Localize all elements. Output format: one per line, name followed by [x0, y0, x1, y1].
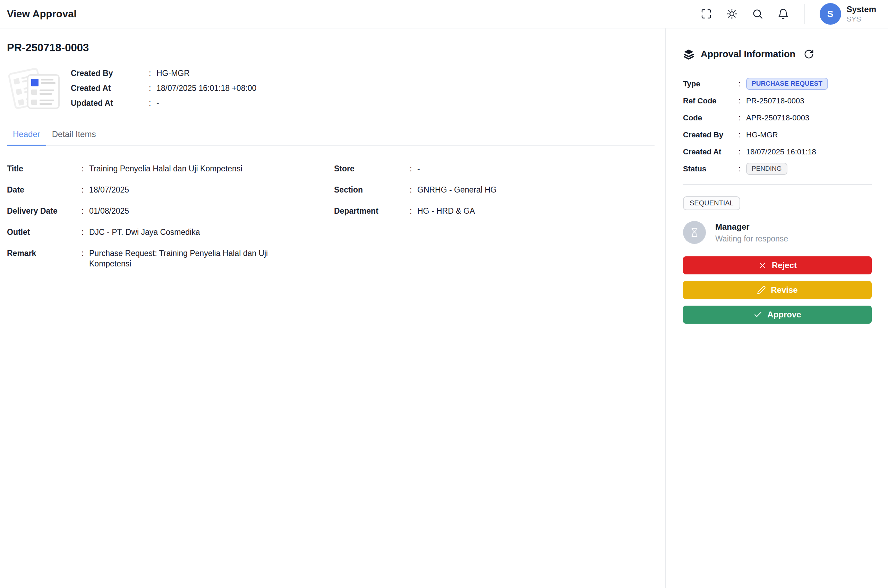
- colon: :: [738, 96, 746, 105]
- info-label: Code: [683, 113, 738, 123]
- top-bar: View Approval S: [0, 0, 888, 28]
- field-value: GNRHG - General HG: [417, 184, 497, 195]
- info-label: Type: [683, 80, 738, 88]
- row-status: Status : PENDING: [683, 160, 872, 177]
- field-label: Title: [7, 164, 81, 174]
- hourglass-icon: [683, 221, 706, 244]
- info-label: Ref Code: [683, 96, 738, 105]
- field-value: 01/08/2025: [89, 206, 129, 216]
- colon: :: [81, 164, 89, 174]
- approval-info-rows: Type : PURCHASE REQUEST Ref Code : PR-25…: [683, 75, 872, 177]
- user-name: System: [847, 4, 876, 15]
- info-label: Created At: [683, 147, 738, 156]
- field-department: Department : HG - HRD & GA: [334, 206, 654, 216]
- field-section: Section : GNRHG - General HG: [334, 184, 654, 195]
- info-label: Status: [683, 164, 738, 174]
- colon: :: [410, 164, 417, 174]
- field-value: Purchase Request: Training Penyelia Hala…: [89, 248, 294, 269]
- info-value: PR-250718-0003: [746, 96, 804, 105]
- sun-icon[interactable]: [725, 7, 738, 21]
- colon: :: [81, 184, 89, 195]
- sidebar-divider: [683, 184, 872, 185]
- reject-button[interactable]: Reject: [683, 256, 872, 274]
- colon: :: [410, 184, 417, 195]
- field-value: -: [417, 164, 420, 174]
- main-panel: PR-250718-0003 Created By : HG-: [0, 28, 665, 588]
- colon: :: [81, 206, 89, 216]
- pencil-icon: [757, 285, 766, 294]
- approval-sidebar: Approval Information Type : PURCHASE REQ…: [665, 28, 888, 588]
- tab-header[interactable]: Header: [7, 124, 46, 146]
- topbar-actions: S System SYS: [700, 3, 876, 25]
- row-code: Code : APR-250718-0003: [683, 109, 872, 126]
- fields-left-column: Title : Training Penyelia Halal dan Uji …: [7, 164, 334, 280]
- approve-button[interactable]: Approve: [683, 306, 872, 324]
- bell-icon[interactable]: [777, 7, 790, 21]
- document-icon: [11, 67, 63, 109]
- field-value: DJC - PT. Dwi Jaya Cosmedika: [89, 227, 200, 237]
- field-title: Title : Training Penyelia Halal dan Uji …: [7, 164, 334, 174]
- info-value: 18/07/2025 16:01:18: [746, 147, 816, 156]
- revise-label: Revise: [771, 285, 798, 295]
- field-outlet: Outlet : DJC - PT. Dwi Jaya Cosmedika: [7, 227, 334, 237]
- meta-label: Updated At: [71, 98, 149, 108]
- document-meta: Created By : HG-MGR Created At : 18/07/2…: [71, 67, 256, 113]
- user-info: System SYS: [847, 4, 876, 23]
- approval-info-title: Approval Information: [700, 49, 795, 60]
- field-label: Delivery Date: [7, 206, 81, 216]
- row-created-at: Created At : 18/07/2025 16:01:18: [683, 143, 872, 160]
- approve-label: Approve: [767, 310, 801, 320]
- info-value: HG-MGR: [746, 130, 778, 140]
- search-icon[interactable]: [751, 7, 764, 21]
- fields-right-column: Store : - Section : GNRHG - General HG D…: [334, 164, 654, 280]
- field-label: Remark: [7, 248, 81, 269]
- field-delivery-date: Delivery Date : 01/08/2025: [7, 206, 334, 216]
- field-label: Department: [334, 206, 410, 216]
- colon: :: [738, 130, 746, 140]
- refresh-icon[interactable]: [804, 49, 815, 60]
- colon: :: [738, 164, 746, 174]
- header-fields: Title : Training Penyelia Halal dan Uji …: [7, 146, 654, 280]
- document-header: Created By : HG-MGR Created At : 18/07/2…: [7, 67, 654, 113]
- info-value: APR-250718-0003: [746, 113, 809, 123]
- field-date: Date : 18/07/2025: [7, 184, 334, 195]
- field-label: Outlet: [7, 227, 81, 237]
- fullscreen-icon[interactable]: [700, 7, 713, 21]
- meta-row-created-by: Created By : HG-MGR: [71, 68, 256, 78]
- info-label: Created By: [683, 130, 738, 140]
- topbar-divider: [804, 4, 805, 24]
- meta-row-created-at: Created At : 18/07/2025 16:01:18 +08:00: [71, 83, 256, 93]
- meta-value: -: [156, 98, 159, 108]
- user-menu[interactable]: S System SYS: [820, 3, 876, 25]
- meta-value: HG-MGR: [156, 68, 190, 78]
- tab-detail-items[interactable]: Detail Items: [46, 124, 102, 146]
- approver-status: Waiting for response: [715, 234, 788, 243]
- approver-row: Manager Waiting for response: [683, 221, 872, 244]
- colon: :: [81, 248, 89, 269]
- meta-value: 18/07/2025 16:01:18 +08:00: [156, 83, 256, 93]
- row-ref-code: Ref Code : PR-250718-0003: [683, 92, 872, 109]
- layers-icon: [683, 49, 694, 60]
- colon: :: [149, 98, 156, 108]
- colon: :: [738, 113, 746, 123]
- colon: :: [149, 68, 156, 78]
- field-remark: Remark : Purchase Request: Training Peny…: [7, 248, 334, 269]
- row-created-by: Created By : HG-MGR: [683, 126, 872, 143]
- avatar: S: [820, 3, 841, 25]
- approver-info: Manager Waiting for response: [715, 222, 788, 243]
- document-code-heading: PR-250718-0003: [7, 42, 654, 54]
- approver-name: Manager: [715, 222, 788, 232]
- document-icon-front-page: [27, 74, 60, 109]
- colon: :: [410, 206, 417, 216]
- status-badge: PENDING: [746, 163, 788, 175]
- approval-info-header: Approval Information: [683, 49, 872, 60]
- revise-button[interactable]: Revise: [683, 281, 872, 299]
- type-badge: PURCHASE REQUEST: [746, 78, 828, 90]
- colon: :: [81, 227, 89, 237]
- field-store: Store : -: [334, 164, 654, 174]
- field-label: Section: [334, 184, 410, 195]
- field-value: HG - HRD & GA: [417, 206, 475, 216]
- content-layout: PR-250718-0003 Created By : HG-: [0, 28, 888, 588]
- field-label: Store: [334, 164, 410, 174]
- colon: :: [738, 80, 746, 88]
